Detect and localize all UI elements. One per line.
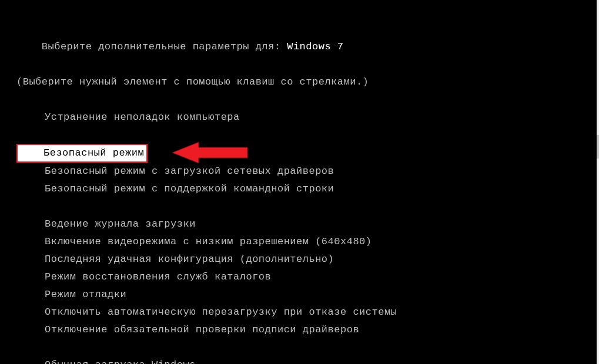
header-instruction: (Выберите нужный элемент с помощью клави…: [16, 73, 597, 91]
option-repair[interactable]: Устранение неполадок компьютера: [45, 109, 597, 126]
highlight-arrow-icon: [172, 141, 249, 164]
option-normal[interactable]: Обычная загрузка Windows: [45, 356, 597, 364]
option-no-auto-restart[interactable]: Отключить автоматическую перезагрузку пр…: [45, 304, 597, 321]
svg-marker-0: [172, 142, 247, 163]
scrollbar-track[interactable]: [597, 0, 599, 364]
option-low-res[interactable]: Включение видеорежима с низким разрешени…: [45, 233, 597, 251]
header-os-name: Windows 7: [287, 41, 343, 52]
header-title-prefix: Выберите дополнительные параметры для:: [42, 41, 281, 52]
header-title-line: Выберите дополнительные параметры для: W…: [16, 21, 597, 73]
scrollbar-thumb[interactable]: [597, 135, 599, 159]
option-safe-mode[interactable]: Безопасный режим: [16, 144, 148, 163]
boot-options-screen: Выберите дополнительные параметры для: W…: [0, 0, 597, 364]
option-last-good[interactable]: Последняя удачная конфигурация (дополнит…: [45, 251, 597, 268]
option-ds-restore[interactable]: Режим восстановления служб каталогов: [45, 268, 597, 286]
option-safe-mode-cmd[interactable]: Безопасный режим с поддержкой командной …: [45, 180, 597, 198]
option-disable-sig[interactable]: Отключение обязательной проверки подписи…: [45, 321, 597, 339]
option-debug[interactable]: Режим отладки: [45, 286, 597, 304]
boot-options-list: Устранение неполадок компьютера Безопасн…: [16, 109, 597, 364]
option-boot-log[interactable]: Ведение журнала загрузки: [45, 215, 597, 233]
option-safe-mode-selected-wrap: Безопасный режим: [16, 144, 148, 163]
option-safe-mode-net[interactable]: Безопасный режим с загрузкой сетевых дра…: [45, 163, 597, 180]
